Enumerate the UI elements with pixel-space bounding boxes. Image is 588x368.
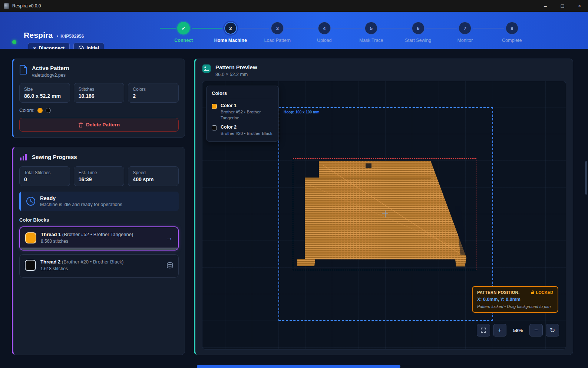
step-upload: 4 Upload xyxy=(301,22,348,43)
step-home-machine-circle[interactable]: 2 xyxy=(224,22,237,34)
step-start-sewing-circle[interactable]: 6 xyxy=(412,22,425,34)
stat-size: Size 86.0 x 52.2 mm xyxy=(19,83,70,103)
clock-icon xyxy=(26,196,36,206)
color-dot-black xyxy=(46,108,51,113)
active-pattern-title: Active Pattern xyxy=(32,65,69,71)
thread-row-1[interactable]: Thread 1 (Brother #52 • Brother Tangerin… xyxy=(19,226,179,251)
close-icon[interactable]: × xyxy=(571,0,588,12)
app-header: Respira • K4P502956 × Disconnect Initial… xyxy=(0,12,588,49)
step-load-pattern: 3 Load Pattern xyxy=(254,22,301,43)
step-upload-circle[interactable]: 4 xyxy=(318,22,331,34)
sewing-progress-title: Sewing Progress xyxy=(32,154,77,160)
status-title: Ready xyxy=(40,195,122,201)
stat-est-time: Est. Time 16:39 xyxy=(74,166,125,186)
step-load-pattern-circle[interactable]: 3 xyxy=(271,22,284,34)
thread1-progress-track xyxy=(20,248,178,250)
locked-label: LOCKED xyxy=(536,290,553,295)
preview-dimensions: 86.0 × 52.2 mm xyxy=(215,72,257,77)
active-thread-arrow-icon: → xyxy=(166,234,173,242)
step-monitor: 7 Monitor xyxy=(442,22,489,43)
app-name: Respira xyxy=(24,31,53,40)
thread2-swatch xyxy=(25,260,36,271)
step-start-sewing: 6 Start Sewing xyxy=(395,22,442,43)
pattern-preview-card: Pattern Preview 86.0 × 52.2 mm Colors Co… xyxy=(194,59,573,355)
machine-serial: K4P502956 xyxy=(60,34,84,39)
pattern-colors-row: Colors: xyxy=(19,107,179,113)
step-mask-trace: 5 Mask Trace xyxy=(348,22,395,43)
stat-stitches: Stitches 10.186 xyxy=(74,83,125,103)
stat-colors: Colors 2 xyxy=(128,83,179,103)
trash-icon xyxy=(78,122,83,127)
main-content: Active Pattern valetudogv2.pes Size 86.0… xyxy=(0,49,588,368)
step-mask-trace-circle[interactable]: 5 xyxy=(365,22,377,34)
status-description: Machine is idle and ready for operations xyxy=(40,202,122,207)
step-connect-circle[interactable]: ✓ xyxy=(177,22,190,34)
vertical-scrollbar-thumb[interactable] xyxy=(585,161,587,195)
machine-status-banner: Ready Machine is idle and ready for oper… xyxy=(19,192,179,211)
lock-icon xyxy=(531,290,535,295)
zoom-controls: + 58% − ↻ xyxy=(477,324,559,336)
step-complete-circle[interactable]: 8 xyxy=(506,22,518,34)
step-complete: 8 Complete xyxy=(489,22,536,43)
color-dot-orange xyxy=(37,108,43,113)
zoom-in-icon[interactable]: + xyxy=(493,324,506,336)
window-title: Respira v0.0.0 xyxy=(12,3,41,9)
legend-entry-color2: Color 2 Brother #20 • Brother Black xyxy=(212,125,273,137)
document-icon xyxy=(19,65,27,74)
thread-row-2[interactable]: Thread 2 (Brother #20 • Brother Black) 1… xyxy=(19,254,179,278)
maximize-icon[interactable]: □ xyxy=(554,0,571,12)
zoom-out-icon[interactable]: − xyxy=(529,324,543,336)
image-icon xyxy=(202,64,211,73)
app-icon xyxy=(4,3,9,9)
serial-separator: • xyxy=(56,33,58,39)
colors-legend: Colors Color 1 Brother #52 • Brother Tan… xyxy=(206,86,279,142)
pattern-filename: valetudogv2.pes xyxy=(32,73,69,78)
layers-icon xyxy=(166,262,173,269)
active-pattern-card: Active Pattern valetudogv2.pes Size 86.0… xyxy=(12,59,185,138)
pattern-lock-hint: Pattern locked • Drag background to pan xyxy=(477,304,553,309)
workflow-stepper: ✓ Connect 2 Home Machine 3 Load Pattern … xyxy=(160,22,535,43)
legend-entry-color1: Color 1 Brother #52 • Brother Tangerine xyxy=(212,103,273,121)
horizontal-scrollbar-thumb[interactable] xyxy=(197,365,400,368)
bar-chart-icon xyxy=(19,153,27,161)
stat-speed: Speed 400 spm xyxy=(128,166,179,186)
refresh-view-icon[interactable]: ↻ xyxy=(546,324,559,336)
step-home-machine: 2 Home Machine xyxy=(207,22,254,43)
preview-title: Pattern Preview xyxy=(215,64,257,70)
step-connect: ✓ Connect xyxy=(160,22,207,43)
pattern-position-overlay: PATTERN POSITION: LOCKED X: 0.0mm, Y: 0.… xyxy=(472,286,558,313)
connection-status-dot xyxy=(12,40,16,44)
preview-canvas[interactable]: Colors Color 1 Brother #52 • Brother Tan… xyxy=(202,81,566,349)
sewing-progress-card: Sewing Progress Total Stitches 0 Est. Ti… xyxy=(12,147,185,355)
legend-swatch-1 xyxy=(212,104,217,109)
titlebar: Respira v0.0.0 – □ × xyxy=(0,0,588,12)
color-blocks-label: Color Blocks xyxy=(19,217,179,223)
step-monitor-circle[interactable]: 7 xyxy=(459,22,471,34)
stat-total-stitches: Total Stitches 0 xyxy=(19,166,70,186)
pattern-coordinates: X: 0.0mm, Y: 0.0mm xyxy=(477,297,553,302)
thread1-swatch xyxy=(25,232,36,243)
zoom-level: 58% xyxy=(509,328,526,333)
hoop-label: Hoop: 100 x 100 mm xyxy=(284,110,320,114)
legend-swatch-2 xyxy=(212,125,217,130)
fit-view-icon[interactable] xyxy=(477,324,490,336)
minimize-icon[interactable]: – xyxy=(537,0,554,12)
canvas-crosshair xyxy=(382,210,388,217)
delete-pattern-button[interactable]: Delete Pattern xyxy=(19,118,179,132)
